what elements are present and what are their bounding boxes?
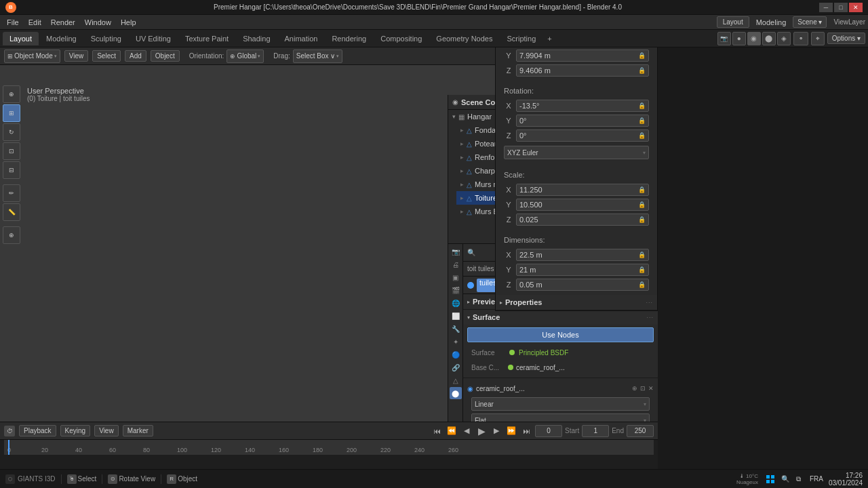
- gizmo-btn[interactable]: ⌖: [811, 32, 825, 45]
- rotation-y-field[interactable]: 0° 🔒: [516, 115, 649, 127]
- dim-x-field[interactable]: 22.5 m 🔒: [516, 249, 649, 261]
- world-props-icon[interactable]: 🌐: [450, 297, 462, 309]
- drag-dropdown[interactable]: Select Box ∨ ▾: [293, 49, 343, 63]
- constraints-icon[interactable]: 🔗: [450, 361, 462, 373]
- measure-tool[interactable]: 📏: [3, 203, 20, 221]
- tab-add[interactable]: +: [543, 32, 555, 45]
- start-frame-field[interactable]: 1: [582, 425, 609, 437]
- properties-section-header[interactable]: ▸ Properties ···: [496, 295, 657, 310]
- solid-view-btn[interactable]: ◉: [747, 32, 761, 45]
- view-menu-timeline[interactable]: View: [94, 425, 119, 436]
- close-button[interactable]: ✕: [849, 3, 863, 12]
- scale-x-field[interactable]: 11.250 🔒: [516, 184, 649, 196]
- dim-z-field[interactable]: 0.05 m 🔒: [516, 279, 649, 291]
- options-menu[interactable]: Options ▾: [827, 33, 865, 44]
- use-nodes-button[interactable]: Use Nodes: [467, 327, 654, 342]
- rotation-z-field[interactable]: 0° 🔒: [516, 129, 649, 142]
- status-select: 🖱 Select: [67, 474, 97, 484]
- maximize-button[interactable]: □: [834, 3, 848, 12]
- scale-y-field[interactable]: 10.500 🔒: [516, 199, 649, 211]
- scene-props-icon[interactable]: 🎬: [450, 284, 462, 296]
- menu-window[interactable]: Window: [81, 17, 115, 28]
- timeline-ruler[interactable]: 0 20 40 60 80 100 120 140 160 180 200 22…: [4, 440, 654, 455]
- scale-z-field[interactable]: 0.025 🔒: [516, 214, 649, 226]
- tab-modeling[interactable]: Modeling: [39, 32, 83, 45]
- object-mode-dropdown[interactable]: ⊞ Object Mode ▾: [4, 49, 60, 63]
- next-keyframe-btn[interactable]: ⏩: [505, 425, 517, 437]
- material-view-btn[interactable]: ⬤: [762, 32, 776, 45]
- camera-view-btn[interactable]: 📷: [717, 32, 731, 45]
- menu-render[interactable]: Render: [47, 17, 79, 28]
- particles-icon[interactable]: ✦: [450, 336, 462, 348]
- prev-keyframe-btn[interactable]: ⏪: [446, 425, 458, 437]
- location-z-field[interactable]: 9.4606 m 🔒: [516, 64, 649, 77]
- play-btn[interactable]: ▶: [475, 425, 488, 437]
- menu-edit[interactable]: Edit: [24, 17, 45, 28]
- marker-menu[interactable]: Marker: [123, 425, 153, 436]
- linear-dropdown[interactable]: Linear ▾: [471, 397, 650, 411]
- next-frame-btn[interactable]: ▶: [490, 425, 502, 437]
- object-props-icon[interactable]: ⬜: [450, 310, 462, 322]
- object-data-icon[interactable]: △: [450, 374, 462, 386]
- transform-tool[interactable]: ⊟: [3, 161, 20, 179]
- tab-geometry-nodes[interactable]: Geometry Nodes: [429, 32, 499, 45]
- end-frame-field[interactable]: 250: [627, 425, 654, 437]
- cursor-tool[interactable]: ⊕: [3, 85, 20, 103]
- dim-y-field[interactable]: 21 m 🔒: [516, 264, 649, 276]
- modifier-icon[interactable]: 🔧: [450, 323, 462, 335]
- tab-compositing[interactable]: Compositing: [374, 32, 429, 45]
- base-color-texture[interactable]: ceramic_roof_...: [516, 364, 565, 371]
- rotate-tool[interactable]: ↻: [3, 123, 20, 141]
- workspace-selector[interactable]: Layout: [717, 16, 749, 28]
- modeling-tab[interactable]: Modeling: [752, 17, 791, 28]
- tab-uv-editing[interactable]: UV Editing: [129, 32, 178, 45]
- annotate-tool[interactable]: ✏: [3, 184, 20, 202]
- tab-layout[interactable]: Layout: [3, 32, 39, 45]
- menu-help[interactable]: Help: [117, 17, 140, 28]
- search-taskbar[interactable]: 🔍: [780, 474, 791, 485]
- surface-header[interactable]: ▾ Surface ···: [463, 310, 658, 325]
- physics-icon[interactable]: 🔵: [450, 348, 462, 361]
- orientation-dropdown[interactable]: ⊕ Global ▾: [226, 49, 264, 63]
- texture-link-icon[interactable]: ⊕: [632, 385, 637, 392]
- location-y-field[interactable]: 7.9904 m 🔒: [516, 49, 649, 62]
- menu-file[interactable]: File: [3, 17, 23, 28]
- jump-end-btn[interactable]: ⏭: [520, 425, 532, 437]
- minimize-button[interactable]: ─: [819, 3, 833, 12]
- select-menu[interactable]: Select: [92, 50, 121, 62]
- rotation-x-field[interactable]: -13.5° 🔒: [516, 100, 649, 112]
- render-preview-btn[interactable]: ●: [732, 32, 746, 45]
- scale-tool[interactable]: ⊡: [3, 142, 20, 160]
- add-menu[interactable]: Add: [125, 50, 146, 62]
- breadcrumb-toit-tuiles[interactable]: toit tuiles: [467, 265, 494, 272]
- playback-menu[interactable]: Playback: [19, 425, 56, 436]
- euler-mode-dropdown[interactable]: XYZ Euler ▾: [504, 146, 649, 159]
- add-primitive-tool[interactable]: ⊕: [3, 226, 20, 244]
- view-menu[interactable]: View: [64, 50, 89, 62]
- tab-sculpting[interactable]: Sculpting: [84, 32, 128, 45]
- current-frame-field[interactable]: 0: [535, 425, 562, 437]
- move-tool[interactable]: ⊞: [3, 104, 20, 122]
- tab-shading[interactable]: Shading: [236, 32, 277, 45]
- output-props-icon[interactable]: 🖨: [450, 258, 462, 270]
- time-date: 17:26 03/01/2024: [829, 472, 863, 487]
- texture-copy-icon[interactable]: ⊡: [640, 385, 646, 392]
- render-view-btn[interactable]: ◈: [777, 32, 791, 45]
- view-layer-icon[interactable]: ▣: [450, 271, 462, 283]
- keying-menu[interactable]: Keying: [60, 425, 91, 436]
- jump-start-btn[interactable]: ⏮: [431, 425, 443, 437]
- material-icon[interactable]: ⬤: [450, 387, 462, 399]
- taskview-btn[interactable]: ⧉: [793, 474, 804, 485]
- tab-animation[interactable]: Animation: [278, 32, 325, 45]
- windows-start[interactable]: [764, 472, 777, 486]
- scene-selector[interactable]: Scene ▾: [793, 16, 827, 28]
- overlay-btn[interactable]: ⚬: [793, 32, 808, 45]
- tab-texture-paint[interactable]: Texture Paint: [178, 32, 235, 45]
- prev-frame-btn[interactable]: ◀: [460, 425, 473, 437]
- object-menu[interactable]: Object: [151, 50, 180, 62]
- render-props-icon[interactable]: 📷: [450, 245, 462, 258]
- surface-type[interactable]: Principled BSDF: [519, 349, 568, 357]
- tab-scripting[interactable]: Scripting: [500, 32, 542, 45]
- tab-rendering[interactable]: Rendering: [325, 32, 373, 45]
- texture-remove-icon[interactable]: ✕: [648, 385, 654, 392]
